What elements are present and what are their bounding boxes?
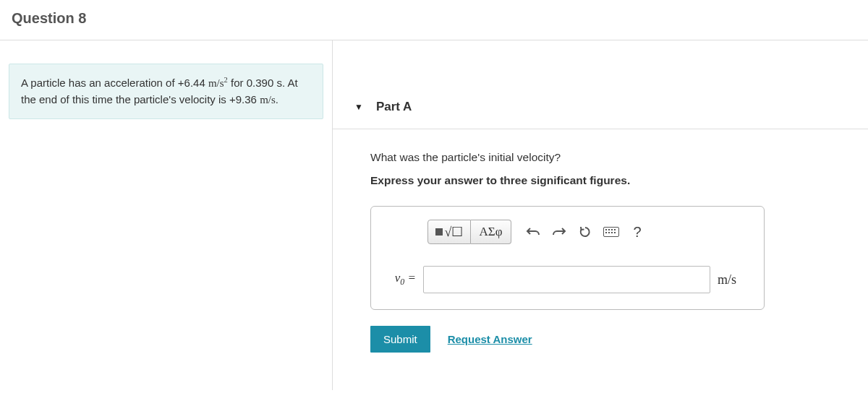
answer-unit: m/s	[718, 272, 751, 288]
page: Question 8 A particle has an acceleratio…	[0, 0, 868, 393]
right-column: ▼ Part A What was the particle's initial…	[333, 40, 868, 390]
answer-box: √☐ ΑΣφ	[370, 206, 765, 310]
keyboard-icon	[603, 227, 619, 237]
symbols-button[interactable]: ΑΣφ	[471, 220, 511, 244]
help-button[interactable]: ?	[624, 220, 650, 244]
answer-input[interactable]	[423, 266, 710, 293]
undo-icon	[526, 226, 540, 238]
reset-icon	[579, 225, 592, 238]
keyboard-button[interactable]	[598, 220, 624, 244]
variable-label: v0 =	[384, 271, 416, 288]
part-content: What was the particle's initial velocity…	[333, 129, 868, 353]
part-heading-bar: ▼ Part A	[333, 85, 868, 129]
accel-unit: m/s2	[208, 77, 228, 89]
question-header: Question 8	[0, 0, 868, 40]
reset-button[interactable]	[572, 220, 598, 244]
part-heading[interactable]: ▼ Part A	[333, 85, 868, 129]
problem-prompt: A particle has an acceleration of +6.44 …	[9, 64, 323, 119]
redo-icon	[552, 226, 566, 238]
accel-unit-base: m/s	[208, 77, 224, 89]
submit-button[interactable]: Submit	[370, 326, 430, 353]
input-row: v0 = m/s	[384, 266, 751, 293]
redo-button[interactable]	[546, 220, 572, 244]
vel-unit: m/s	[260, 94, 276, 105]
undo-button[interactable]	[520, 220, 546, 244]
prompt-text-1: A particle has an acceleration of +6.44	[21, 77, 208, 89]
prompt-text-3: .	[276, 93, 278, 105]
part-label: Part A	[376, 100, 412, 114]
square-icon	[435, 228, 443, 236]
body-columns: A particle has an acceleration of +6.44 …	[0, 40, 868, 390]
submit-row: Submit Request Answer	[370, 326, 868, 353]
collapse-triangle-icon: ▼	[354, 102, 363, 112]
part-instruction: Express your answer to three significant…	[370, 174, 868, 187]
request-answer-link[interactable]: Request Answer	[448, 333, 532, 345]
answer-toolbar: √☐ ΑΣφ	[427, 220, 751, 244]
var-eq: =	[404, 271, 416, 285]
part-question: What was the particle's initial velocity…	[370, 151, 868, 164]
left-column: A particle has an acceleration of +6.44 …	[0, 40, 333, 390]
templates-button[interactable]: √☐	[427, 220, 471, 244]
root-icon: √☐	[445, 224, 464, 240]
